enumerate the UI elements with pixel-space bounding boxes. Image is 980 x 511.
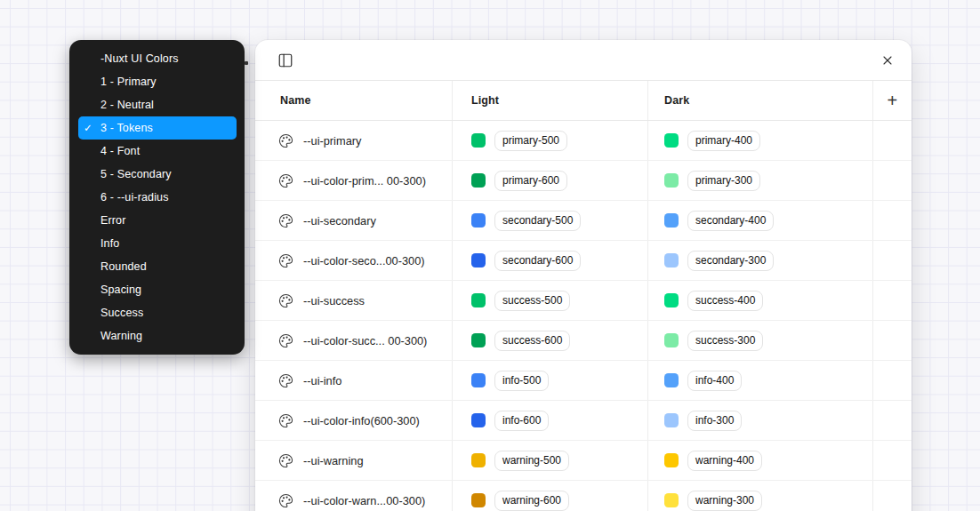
alias-badge[interactable]: secondary-500 (494, 211, 581, 231)
color-swatch[interactable] (471, 173, 486, 188)
color-swatch[interactable] (471, 453, 486, 467)
menu-item-tokens[interactable]: ✓ 3 - Tokens (78, 116, 237, 140)
palette-icon (278, 373, 293, 388)
color-swatch[interactable] (664, 293, 679, 307)
menu-item-label: Warning (100, 330, 142, 342)
menu-item-nuxt-ui-colors[interactable]: -Nuxt UI Colors (78, 47, 237, 70)
color-swatch[interactable] (471, 493, 486, 507)
table-row[interactable]: --ui-success success-500 success-400 (255, 281, 912, 321)
color-swatch[interactable] (471, 293, 486, 307)
palette-icon (278, 173, 293, 188)
alias-badge[interactable]: warning-400 (687, 451, 762, 471)
palette-icon (278, 493, 293, 508)
table-row[interactable]: --ui-color-seco...00-300) secondary-600 … (255, 241, 912, 281)
color-swatch[interactable] (471, 373, 486, 387)
variable-name: --ui-warning (303, 454, 364, 467)
menu-item-secondary[interactable]: 5 - Secondary (78, 163, 237, 186)
variables-panel: Name Light Dark + --ui-primary primary-5… (255, 40, 912, 511)
variable-name: --ui-primary (303, 134, 361, 148)
palette-icon (278, 453, 293, 468)
table-row[interactable]: --ui-secondary secondary-500 secondary-4… (255, 201, 912, 241)
add-mode-button[interactable]: + (873, 81, 912, 120)
close-button[interactable] (876, 49, 899, 72)
alias-badge[interactable]: secondary-600 (494, 251, 581, 271)
color-swatch[interactable] (471, 253, 486, 267)
alias-badge[interactable]: warning-300 (687, 491, 762, 511)
alias-badge[interactable]: success-400 (687, 291, 763, 311)
table-body: --ui-primary primary-500 primary-400 --u… (255, 121, 912, 511)
color-swatch[interactable] (664, 133, 679, 148)
color-swatch[interactable] (471, 413, 486, 427)
color-swatch[interactable] (664, 333, 679, 347)
menu-item-label: 1 - Primary (100, 76, 157, 88)
table-row[interactable]: --ui-color-succ... 00-300) success-600 s… (255, 321, 912, 361)
alias-badge[interactable]: primary-500 (494, 131, 567, 151)
alias-badge[interactable]: success-600 (494, 331, 570, 351)
color-swatch[interactable] (664, 173, 679, 188)
menu-item-label: -Nuxt UI Colors (100, 52, 179, 65)
menu-item-ui-radius[interactable]: 6 - --ui-radius (78, 186, 237, 209)
color-swatch[interactable] (664, 453, 679, 467)
table-row[interactable]: --ui-color-info(600-300) info-600 info-3… (255, 401, 912, 441)
menu-item-label: 2 - Neutral (100, 99, 154, 111)
alias-badge[interactable]: info-600 (494, 411, 549, 431)
menu-item-spacing[interactable]: Spacing (78, 278, 237, 301)
menu-item-neutral[interactable]: 2 - Neutral (78, 93, 237, 116)
menu-item-font[interactable]: 4 - Font (78, 140, 237, 163)
alias-badge[interactable]: warning-500 (494, 451, 569, 471)
variable-name: --ui-success (303, 294, 365, 307)
variable-name: --ui-color-info(600-300) (303, 414, 420, 427)
menu-item-success[interactable]: Success (78, 301, 237, 324)
alias-badge[interactable]: info-300 (687, 411, 742, 431)
table-row[interactable]: --ui-primary primary-500 primary-400 (255, 121, 912, 161)
menu-item-rounded[interactable]: Rounded (78, 255, 237, 278)
table-row[interactable]: --ui-color-warn...00-300) warning-600 wa… (255, 481, 912, 511)
alias-badge[interactable]: primary-400 (687, 131, 760, 151)
table-row[interactable]: --ui-color-prim... 00-300) primary-600 p… (255, 161, 912, 201)
menu-item-label: Spacing (100, 283, 141, 296)
alias-badge[interactable]: primary-600 (494, 171, 567, 191)
variable-name: --ui-info (303, 374, 341, 387)
alias-badge[interactable]: secondary-400 (687, 211, 774, 231)
variable-name: --ui-color-warn...00-300) (303, 494, 425, 507)
column-header-light[interactable]: Light (453, 81, 648, 120)
alias-badge[interactable]: info-500 (494, 371, 549, 391)
table-row[interactable]: --ui-info info-500 info-400 (255, 361, 912, 401)
table-row[interactable]: --ui-warning warning-500 warning-400 (255, 441, 912, 481)
column-header-name[interactable]: Name (255, 81, 453, 120)
variable-name: --ui-color-succ... 00-300) (303, 334, 427, 347)
close-icon (880, 53, 895, 68)
color-swatch[interactable] (471, 133, 486, 148)
alias-badge[interactable]: warning-600 (494, 491, 569, 511)
menu-item-info[interactable]: Info (78, 232, 237, 255)
color-swatch[interactable] (664, 213, 679, 228)
menu-item-primary[interactable]: 1 - Primary (78, 70, 237, 93)
color-swatch[interactable] (664, 413, 679, 427)
color-swatch[interactable] (664, 493, 679, 507)
menu-item-label: 5 - Secondary (100, 168, 172, 180)
color-swatch[interactable] (471, 333, 486, 347)
alias-badge[interactable]: info-400 (687, 371, 742, 391)
palette-icon (278, 333, 293, 348)
table-header-row: Name Light Dark + (255, 81, 912, 121)
alias-badge[interactable]: success-500 (494, 291, 570, 311)
palette-icon (278, 133, 293, 148)
alias-badge[interactable]: secondary-300 (687, 251, 774, 271)
color-swatch[interactable] (471, 213, 486, 228)
sidebar-toggle-button[interactable] (274, 49, 297, 72)
collection-dropdown-menu: -Nuxt UI Colors 1 - Primary 2 - Neutral … (69, 40, 245, 355)
alias-badge[interactable]: primary-300 (687, 171, 760, 191)
alias-badge[interactable]: success-300 (687, 331, 763, 351)
menu-item-error[interactable]: Error (78, 209, 237, 232)
menu-item-warning[interactable]: Warning (78, 324, 237, 347)
variable-name: --ui-color-seco...00-300) (303, 254, 425, 267)
chevron-down-icon (245, 61, 248, 65)
palette-icon (278, 213, 293, 228)
menu-item-label: Success (100, 307, 143, 319)
menu-item-label: 6 - --ui-radius (100, 191, 169, 204)
palette-icon (278, 413, 293, 428)
menu-item-label: Error (100, 214, 126, 227)
color-swatch[interactable] (664, 373, 679, 387)
column-header-dark[interactable]: Dark (648, 81, 873, 120)
color-swatch[interactable] (664, 253, 679, 267)
